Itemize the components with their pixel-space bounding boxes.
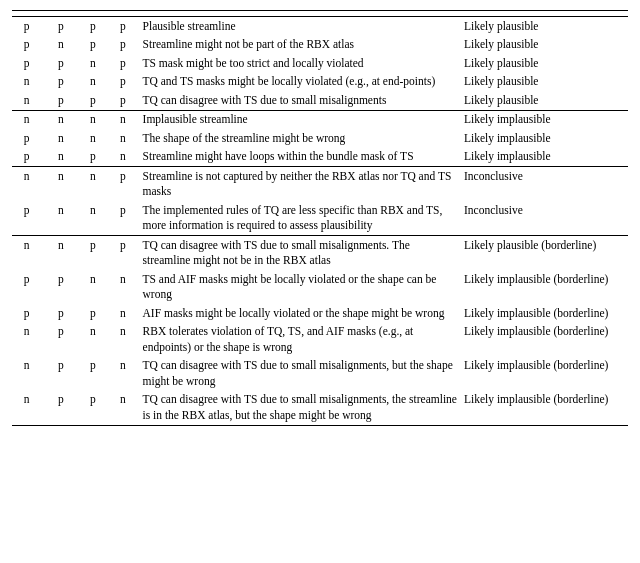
desc-cell: AIF masks might be locally violated or t…	[141, 304, 462, 323]
desc-cell: Streamline might not be part of the RBX …	[141, 36, 462, 55]
aif-cell: n	[107, 323, 140, 357]
aif-cell: p	[107, 17, 140, 36]
desc-cell: TQ can disagree with TS due to small mis…	[141, 91, 462, 110]
desc-cell: Plausible streamline	[141, 17, 462, 36]
rbx-cell: n	[43, 148, 80, 167]
desc-cell: Streamline is not captured by neither th…	[141, 167, 462, 202]
desc-cell: RBX tolerates violation of TQ, TS, and A…	[141, 323, 462, 357]
aif-cell: p	[107, 54, 140, 73]
tq-cell: p	[12, 270, 43, 304]
ts-cell: n	[80, 73, 107, 92]
aif-cell: n	[107, 357, 140, 391]
aif-cell: n	[107, 304, 140, 323]
table-row: nnnnImplausible streamlineLikely implaus…	[12, 110, 628, 129]
ts-cell: p	[80, 17, 107, 36]
rbx-cell: n	[43, 110, 80, 129]
rbx-cell: n	[43, 129, 80, 148]
aif-cell: n	[107, 270, 140, 304]
aif-cell: n	[107, 129, 140, 148]
rbx-cell: n	[43, 36, 80, 55]
rbx-cell: p	[43, 270, 80, 304]
desc-cell: The implemented rules of TQ are less spe…	[141, 201, 462, 236]
aif-cell: n	[107, 391, 140, 426]
table-row: npnnRBX tolerates violation of TQ, TS, a…	[12, 323, 628, 357]
tq-cell: p	[12, 201, 43, 236]
interp-cell: Likely plausible (borderline)	[462, 236, 628, 271]
interp-cell: Likely plausible	[462, 54, 628, 73]
ts-cell: n	[80, 201, 107, 236]
tq-cell: p	[12, 304, 43, 323]
aif-cell: p	[107, 36, 140, 55]
table-row: nnnpStreamline is not captured by neithe…	[12, 167, 628, 202]
ts-cell: p	[80, 357, 107, 391]
desc-cell: TS and AIF masks might be locally violat…	[141, 270, 462, 304]
desc-cell: TS mask might be too strict and locally …	[141, 54, 462, 73]
table-row: npnpTQ and TS masks might be locally vio…	[12, 73, 628, 92]
aif-cell: n	[107, 110, 140, 129]
rbx-cell: p	[43, 73, 80, 92]
tq-cell: n	[12, 73, 43, 92]
table-row: nppnTQ can disagree with TS due to small…	[12, 391, 628, 426]
tq-cell: n	[12, 167, 43, 202]
interp-cell: Likely implausible	[462, 110, 628, 129]
table-row: pppnAIF masks might be locally violated …	[12, 304, 628, 323]
interp-cell: Inconclusive	[462, 201, 628, 236]
table-row: ppnpTS mask might be too strict and loca…	[12, 54, 628, 73]
ts-cell: p	[80, 36, 107, 55]
rbx-cell: p	[43, 91, 80, 110]
interp-cell: Likely implausible (borderline)	[462, 304, 628, 323]
tq-cell: p	[12, 148, 43, 167]
ts-cell: p	[80, 148, 107, 167]
ts-cell: n	[80, 323, 107, 357]
ts-cell: n	[80, 270, 107, 304]
table-row: pnppStreamline might not be part of the …	[12, 36, 628, 55]
tq-cell: n	[12, 91, 43, 110]
table-row: pnpnStreamline might have loops within t…	[12, 148, 628, 167]
rbx-cell: n	[43, 201, 80, 236]
tq-cell: p	[12, 129, 43, 148]
aif-cell: p	[107, 167, 140, 202]
table-row: npppTQ can disagree with TS due to small…	[12, 91, 628, 110]
aif-cell: p	[107, 91, 140, 110]
tq-cell: n	[12, 323, 43, 357]
ts-cell: p	[80, 91, 107, 110]
interp-cell: Likely implausible (borderline)	[462, 323, 628, 357]
tq-cell: p	[12, 54, 43, 73]
aif-cell: p	[107, 236, 140, 271]
aif-cell: p	[107, 201, 140, 236]
interp-cell: Likely implausible (borderline)	[462, 270, 628, 304]
tq-cell: n	[12, 357, 43, 391]
desc-cell: The shape of the streamline might be wro…	[141, 129, 462, 148]
interp-cell: Likely plausible	[462, 73, 628, 92]
tq-cell: n	[12, 110, 43, 129]
desc-cell: TQ can disagree with TS due to small mis…	[141, 357, 462, 391]
interp-cell: Likely plausible	[462, 91, 628, 110]
aif-cell: p	[107, 73, 140, 92]
tq-cell: n	[12, 391, 43, 426]
desc-cell: TQ can disagree with TS due to small mis…	[141, 236, 462, 271]
rbx-cell: p	[43, 323, 80, 357]
aif-cell: n	[107, 148, 140, 167]
table-row: pnnnThe shape of the streamline might be…	[12, 129, 628, 148]
interp-cell: Likely implausible	[462, 129, 628, 148]
desc-cell: TQ can disagree with TS due to small mis…	[141, 391, 462, 426]
ts-cell: n	[80, 129, 107, 148]
ts-cell: p	[80, 391, 107, 426]
rbx-cell: p	[43, 304, 80, 323]
rbx-cell: n	[43, 236, 80, 271]
tq-cell: p	[12, 36, 43, 55]
interp-cell: Likely implausible	[462, 148, 628, 167]
tq-cell: n	[12, 236, 43, 271]
interp-cell: Likely plausible	[462, 36, 628, 55]
interp-cell: Likely implausible (borderline)	[462, 391, 628, 426]
table-row: ppnnTS and AIF masks might be locally vi…	[12, 270, 628, 304]
rbx-cell: p	[43, 17, 80, 36]
desc-cell: Implausible streamline	[141, 110, 462, 129]
rbx-cell: n	[43, 167, 80, 202]
table-row: ppppPlausible streamlineLikely plausible	[12, 17, 628, 36]
tq-cell: p	[12, 17, 43, 36]
interp-cell: Inconclusive	[462, 167, 628, 202]
interp-cell: Likely implausible (borderline)	[462, 357, 628, 391]
ts-cell: p	[80, 304, 107, 323]
desc-cell: TQ and TS masks might be locally violate…	[141, 73, 462, 92]
